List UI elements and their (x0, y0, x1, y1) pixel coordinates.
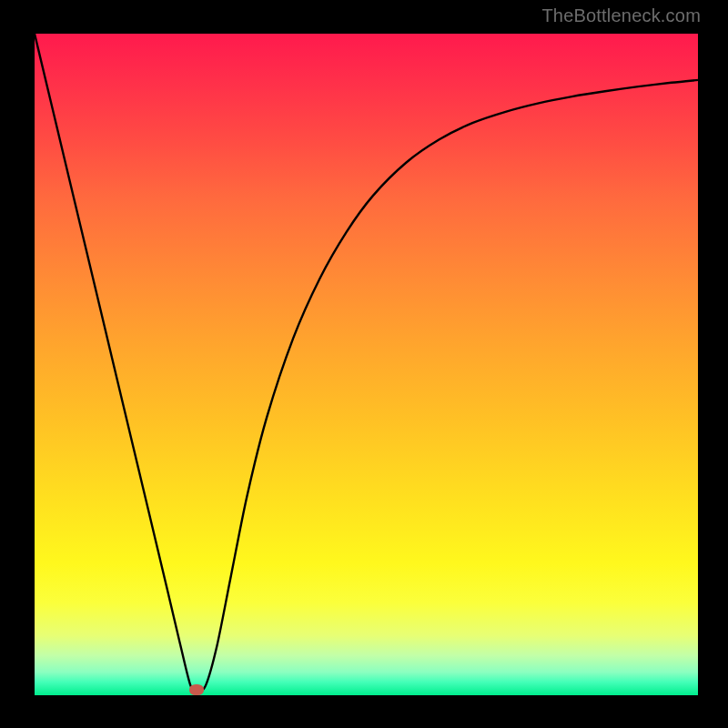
optimum-marker (189, 684, 204, 695)
attribution-text: TheBottleneck.com (541, 5, 701, 26)
bottleneck-curve (35, 34, 698, 695)
plot-area (35, 34, 698, 695)
chart-frame: TheBottleneck.com (0, 0, 728, 728)
